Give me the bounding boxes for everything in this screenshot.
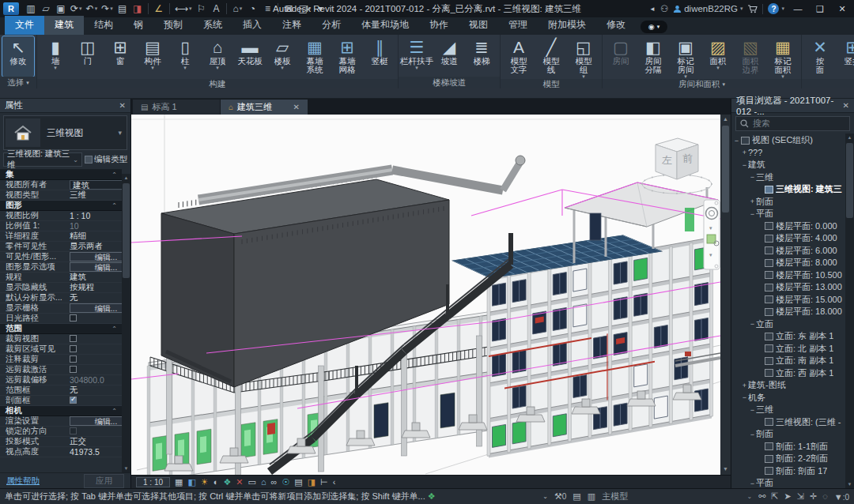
- ribbon-tab-协作[interactable]: 协作: [419, 16, 459, 35]
- tree-group-item[interactable]: −平面: [731, 208, 845, 220]
- tree-expander-icon[interactable]: −: [749, 480, 756, 487]
- scale-button[interactable]: 1 : 10: [136, 477, 170, 487]
- tree-expander-icon[interactable]: −: [733, 137, 740, 145]
- tree-view-item[interactable]: 三维视图: 建筑三: [731, 183, 845, 196]
- ribbon-button-模型线[interactable]: ╱模型 线: [535, 36, 567, 79]
- active-workset-icon[interactable]: ⚒0: [554, 491, 566, 502]
- ribbon-tab-修改[interactable]: 修改: [596, 16, 636, 35]
- properties-close-icon[interactable]: ✕: [119, 101, 126, 110]
- tree-view-item[interactable]: 楼层平面: 18.000: [731, 306, 845, 318]
- properties-help-link[interactable]: 属性帮助: [6, 476, 40, 487]
- tree-view-item[interactable]: 楼层平面: 4.000: [731, 232, 845, 245]
- maximize-button[interactable]: ❑: [811, 4, 829, 14]
- checkbox[interactable]: [70, 335, 77, 342]
- apply-button[interactable]: 应用: [84, 474, 124, 488]
- status-chevron-icon[interactable]: ⌄: [542, 493, 548, 500]
- sun-path-icon[interactable]: ☀: [201, 476, 209, 488]
- ribbon-button-面积[interactable]: ▨面积▾: [702, 36, 734, 79]
- tree-view-item[interactable]: 立面: 西 副本 1: [731, 367, 845, 380]
- tree-group-item[interactable]: −三维: [731, 404, 845, 416]
- tree-group-item[interactable]: −机务: [731, 392, 845, 404]
- tree-expander-icon[interactable]: +: [749, 197, 756, 205]
- ribbon-button-模型文字[interactable]: A模型 文字: [503, 36, 535, 79]
- ribbon-button-幕墙网格[interactable]: ⊞幕墙 网格: [331, 36, 363, 79]
- help-button[interactable]: ?▾: [768, 3, 784, 14]
- tree-expander-icon[interactable]: −: [741, 161, 748, 169]
- tag-icon[interactable]: ⚐: [194, 2, 208, 16]
- ribbon-button-楼梯[interactable]: ≣楼梯: [466, 36, 497, 77]
- tree-expander-icon[interactable]: −: [749, 320, 756, 328]
- ribbon-button-楼板[interactable]: ▱楼板▾: [266, 36, 298, 79]
- ribbon-tab-附加模块[interactable]: 附加模块: [538, 16, 596, 35]
- tree-group-item[interactable]: −立面: [731, 318, 845, 331]
- ribbon-button-竖梃[interactable]: ∥竖梃: [364, 36, 395, 79]
- instance-selector[interactable]: 三维视图: 建筑三维 ⌄: [3, 152, 82, 167]
- checkbox[interactable]: [70, 397, 77, 404]
- project-browser-close-icon[interactable]: ✕: [843, 101, 849, 110]
- tree-group-item[interactable]: +???: [731, 147, 845, 160]
- close-button[interactable]: ✕: [833, 4, 851, 14]
- 3d-model-view[interactable]: 左前▾▾: [131, 115, 720, 475]
- tree-expander-icon[interactable]: −: [749, 173, 756, 181]
- ribbon-button-栏杆扶手[interactable]: ☰栏杆扶手▾: [401, 36, 433, 77]
- redo-icon[interactable]: ↷▾: [100, 2, 115, 16]
- checkbox[interactable]: [70, 355, 77, 363]
- displacement-icon[interactable]: ◨: [308, 476, 316, 488]
- ribbon-tab-管理[interactable]: 管理: [498, 16, 538, 35]
- checkbox[interactable]: [70, 366, 77, 373]
- tree-view-item[interactable]: 楼层平面: 13.000: [731, 281, 845, 294]
- print-icon[interactable]: ▤: [115, 2, 130, 16]
- ribbon-tab-体量和场地[interactable]: 体量和场地: [351, 16, 419, 35]
- ribbon-tab-建筑[interactable]: 建筑: [44, 16, 84, 35]
- view-tab-close-icon[interactable]: ✕: [293, 103, 300, 111]
- ribbon-button-天花板[interactable]: ▬天花板: [234, 36, 266, 79]
- filter-icon[interactable]: ▼:0: [834, 492, 849, 502]
- collapse-icon[interactable]: ‹: [333, 476, 336, 488]
- property-row-视点高度[interactable]: 视点高度41973.5: [0, 447, 122, 457]
- aligned-dimension-icon[interactable]: ⟷▾: [173, 2, 194, 16]
- ribbon-button-房间分隔[interactable]: ◧房间 分隔: [637, 36, 669, 79]
- tree-view-item[interactable]: 楼层平面: 10.500: [731, 269, 845, 282]
- viewcube-front-face[interactable]: 前: [682, 152, 693, 164]
- tree-view-item[interactable]: 剖面: 剖面 17: [731, 465, 845, 478]
- open-file-icon[interactable]: ▱: [39, 2, 53, 16]
- tree-view-item[interactable]: 立面: 北 副本 1: [731, 343, 845, 355]
- revit-app-menu-icon[interactable]: R: [3, 2, 19, 15]
- infocenter-collapse-icon[interactable]: ◄: [649, 6, 656, 13]
- tree-expander-icon[interactable]: +: [741, 382, 748, 389]
- view-tab-标高 1[interactable]: ▤标高 1: [133, 100, 220, 115]
- ribbon-tab-文件[interactable]: 文件: [5, 16, 44, 35]
- ribbon-tab-注释[interactable]: 注释: [272, 16, 312, 35]
- tree-view-item[interactable]: 楼层平面: 0.000: [731, 220, 845, 233]
- ribbon-button-幕墙系统[interactable]: ▦幕墙 系统: [299, 36, 331, 79]
- tree-group-item[interactable]: −剖面: [731, 428, 845, 441]
- tree-expander-icon[interactable]: −: [749, 210, 756, 218]
- ribbon-button-屋顶[interactable]: ⌂屋顶▾: [202, 36, 233, 79]
- tree-expander-icon[interactable]: −: [749, 406, 756, 414]
- tree-view-item[interactable]: 楼层平面: 15.000: [731, 294, 845, 307]
- checkbox[interactable]: [70, 314, 77, 322]
- view-tab-建筑三维[interactable]: ⌂建筑三维✕: [221, 100, 308, 115]
- transfer-icon[interactable]: ◨: [130, 2, 145, 16]
- tree-expander-icon[interactable]: +: [741, 149, 748, 156]
- default-3d-view-icon[interactable]: ⌂▾: [230, 2, 244, 16]
- text-icon[interactable]: A: [209, 2, 223, 16]
- reveal-hidden-icon[interactable]: ☉: [282, 476, 289, 488]
- ribbon-button-墙[interactable]: ▮墙▾: [40, 36, 71, 79]
- edit-button[interactable]: 编辑...: [70, 252, 122, 261]
- ribbon-tab-插入[interactable]: 插入: [232, 16, 272, 35]
- ribbon-button-按面[interactable]: ✕按 面: [804, 36, 836, 79]
- tab-extra-addin-button[interactable]: ◉▾: [640, 21, 667, 33]
- ribbon-tab-视图[interactable]: 视图: [459, 16, 498, 35]
- tree-group-item[interactable]: +剖面: [731, 196, 845, 209]
- spinner-icon[interactable]: ◌: [822, 491, 828, 502]
- model-canvas[interactable]: 左前▾▾ ▲ ▼: [131, 115, 731, 475]
- tree-view-item[interactable]: 楼层平面: 8.000: [731, 257, 845, 269]
- shadows-icon[interactable]: ◐: [214, 476, 219, 488]
- temporary-view-properties-icon[interactable]: ⌂: [261, 476, 266, 488]
- type-selector[interactable]: 三维视图 ▾: [3, 115, 127, 150]
- rendering-icon[interactable]: ❖: [223, 476, 231, 488]
- select-pinned-icon[interactable]: ➤: [784, 491, 792, 502]
- tree-view-item[interactable]: 剖面: 1-1剖面: [731, 441, 845, 453]
- app-store-cart-icon[interactable]: [747, 5, 758, 13]
